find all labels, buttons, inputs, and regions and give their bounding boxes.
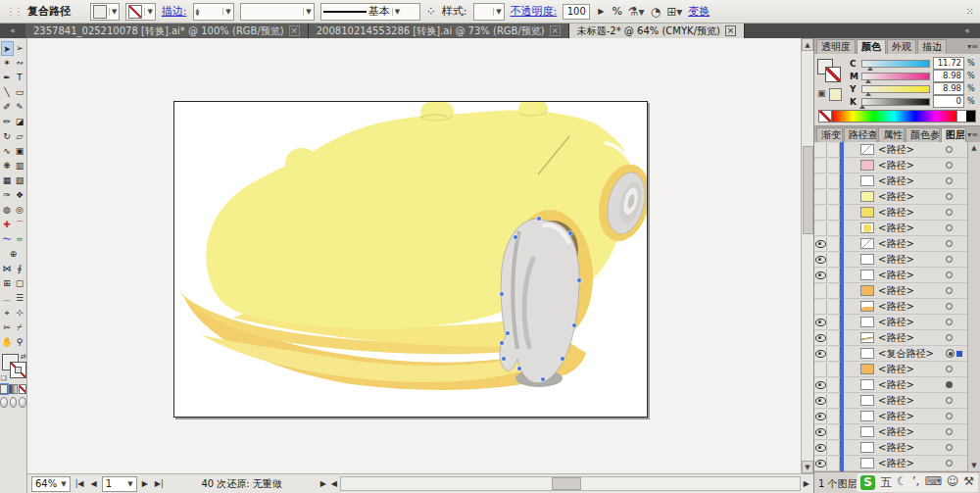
layers-dock-tab-0[interactable]: 渐变 (816, 127, 843, 142)
visibility-toggle[interactable] (814, 300, 827, 314)
lock-toggle[interactable] (827, 410, 840, 423)
width-profile-dropdown[interactable]: ▼ (240, 3, 315, 21)
document-tab-1[interactable]: 200810214553286 [转换].ai @ 73% (RGB/预览)× (309, 24, 569, 38)
visibility-toggle[interactable] (814, 363, 827, 376)
status-menu-icon[interactable]: ▶ (318, 479, 328, 488)
first-artboard-button[interactable]: |◀ (74, 479, 86, 488)
visibility-toggle[interactable] (814, 174, 827, 188)
stroke-color-dropdown[interactable]: ▼ (125, 3, 155, 21)
visibility-toggle[interactable] (814, 425, 827, 439)
scale-tool[interactable]: ▱ (14, 129, 26, 144)
layers-scroll-down-icon[interactable]: ▼ (968, 460, 980, 471)
target-icon[interactable] (946, 397, 953, 404)
scroll-left-icon[interactable]: ◀ (331, 479, 337, 488)
layer-row-11[interactable]: <路径> (814, 315, 967, 330)
live-paint-selection-tool[interactable]: ◎ (14, 203, 26, 218)
layer-row-12[interactable]: <路径> (814, 330, 967, 346)
artboard[interactable] (173, 101, 648, 418)
layers-vscrollbar[interactable]: ▲ ▼ (967, 142, 980, 471)
layer-label[interactable]: <路径> (878, 174, 946, 188)
stroke-panel-link[interactable]: 描边: (162, 4, 187, 19)
graphic-style-dropdown[interactable]: ▼ (473, 3, 505, 21)
collapse-panels-icon[interactable]: « (955, 24, 980, 38)
layer-thumbnail[interactable] (860, 144, 874, 155)
document-vscrollbar[interactable]: ▲ ▼ (801, 38, 813, 473)
layer-row-16[interactable]: <路径> (814, 393, 967, 409)
layer-thumbnail[interactable] (860, 442, 874, 453)
blob-brush-tool[interactable]: ✏ (1, 115, 14, 129)
layer-thumbnail[interactable] (860, 175, 874, 186)
slice-tool[interactable]: ✂ (1, 320, 14, 335)
layer-row-18[interactable]: <路径> (814, 424, 967, 440)
target-icon[interactable] (946, 428, 953, 435)
magic-wand-tool[interactable]: ✶ (1, 56, 14, 71)
black-swatch[interactable] (966, 111, 975, 122)
direct-selection-tool[interactable]: ➢ (14, 41, 26, 56)
layers-scroll-up-icon[interactable]: ▲ (968, 142, 980, 154)
visibility-toggle[interactable] (814, 237, 827, 251)
layer-label[interactable]: <路径> (878, 269, 946, 282)
scroll-right-icon[interactable]: ▶ (804, 479, 809, 488)
layer-row-5[interactable]: <路径> (814, 221, 967, 236)
punctuation-icon[interactable]: ’, (912, 474, 920, 491)
columns-tool[interactable]: ☰ (14, 291, 26, 306)
layer-row-10[interactable]: <路径> (814, 299, 967, 315)
line-segment-tool[interactable]: ╲ (1, 85, 14, 100)
target-icon[interactable] (946, 209, 953, 216)
none-mode-button[interactable] (19, 384, 26, 394)
visibility-toggle[interactable] (814, 269, 827, 282)
artboard-number-combo[interactable]: 1▼ (102, 476, 137, 492)
target-icon[interactable] (946, 162, 953, 169)
none-color-swatch[interactable] (819, 111, 832, 122)
target-icon[interactable] (946, 256, 953, 263)
layers-dock-tab-1[interactable]: 路径查 (844, 127, 878, 142)
layer-row-15[interactable]: <路径> (814, 377, 967, 393)
lock-toggle[interactable] (827, 253, 840, 267)
closest-web-color-swatch[interactable] (829, 88, 842, 101)
channel-value-input[interactable]: 8.98 (933, 70, 964, 82)
normal-screen-mode-button[interactable] (0, 397, 8, 408)
document-hscrollbar[interactable] (340, 476, 801, 491)
visibility-toggle[interactable] (814, 222, 827, 235)
lock-toggle[interactable] (827, 457, 840, 470)
swap-fill-stroke-icon[interactable]: ⇄ (21, 353, 26, 361)
vscroll-thumb[interactable] (803, 146, 813, 234)
last-artboard-button[interactable]: ▶| (153, 479, 166, 488)
close-tab-icon[interactable]: × (725, 25, 736, 36)
layer-label[interactable]: <路径> (878, 457, 946, 470)
target-icon[interactable] (946, 381, 953, 388)
close-tab-icon[interactable]: × (550, 25, 561, 36)
next-artboard-button[interactable]: ▶ (140, 479, 150, 488)
brush-definition-dropdown[interactable]: 基本▼ (320, 3, 420, 21)
close-tab-icon[interactable]: × (289, 25, 300, 36)
layer-thumbnail[interactable] (860, 191, 874, 202)
visibility-toggle[interactable] (814, 441, 827, 455)
color-mode-button[interactable] (0, 384, 8, 394)
symbol-sprayer-tool[interactable]: ❋ (1, 159, 14, 173)
layer-row-4[interactable]: <路径> (814, 205, 967, 221)
layer-row-9[interactable]: <路径> (814, 283, 967, 299)
layers-dock-tab-3[interactable]: 颜色参 (906, 127, 940, 142)
slider-marker-icon[interactable] (859, 105, 865, 109)
opacity-input[interactable]: 100 (563, 4, 590, 20)
lock-toggle[interactable] (827, 237, 840, 251)
layer-label[interactable]: <路径> (878, 425, 946, 439)
lock-toggle[interactable] (827, 347, 840, 361)
night-mode-icon[interactable]: ☾ (897, 474, 907, 491)
layer-thumbnail[interactable] (860, 160, 874, 171)
scroll-up-icon[interactable]: ▲ (802, 38, 813, 51)
layer-label[interactable]: <路径> (878, 206, 946, 220)
lasso-tool[interactable]: ∾ (14, 56, 26, 71)
layer-label[interactable]: <路径> (878, 363, 946, 376)
curvature-tool[interactable]: 〜 (1, 232, 14, 247)
channel-slider[interactable] (861, 60, 930, 68)
slider-marker-icon[interactable] (867, 67, 873, 71)
rotate-tool[interactable]: ↻ (1, 129, 14, 144)
lock-toggle[interactable] (827, 143, 840, 157)
layer-thumbnail[interactable] (860, 270, 874, 280)
visibility-toggle[interactable] (814, 190, 827, 204)
alignment-tool[interactable]: ⊹ (14, 306, 26, 320)
selection-tool[interactable]: ➤ (1, 41, 14, 56)
target-icon[interactable] (946, 224, 953, 231)
layer-thumbnail[interactable] (860, 379, 874, 390)
